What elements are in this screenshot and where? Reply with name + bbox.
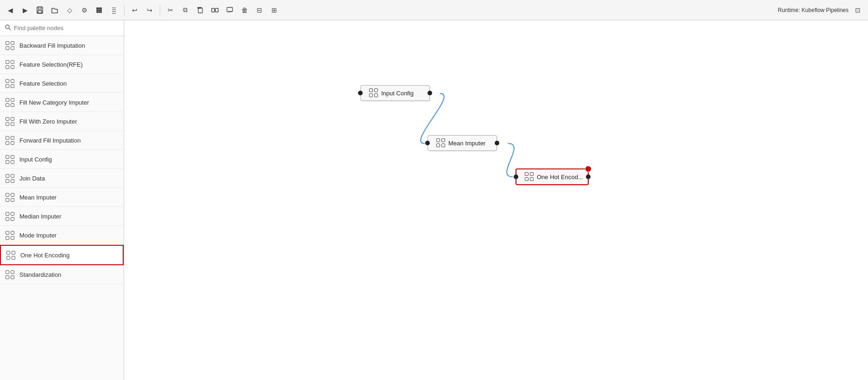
pipeline-node-input-config-node[interactable]: Input Config — [360, 85, 430, 101]
palette-item-label: Fill New Category Imputer — [19, 99, 89, 106]
node-type-icon — [6, 98, 15, 107]
palette-item-median-imputer[interactable]: Median Imputer — [0, 207, 124, 226]
pipeline-node-one-hot-node[interactable]: One Hot Encod... — [516, 168, 589, 185]
node-label: Input Config — [381, 90, 414, 97]
palette-item-label: Input Config — [19, 156, 52, 163]
copy-btn[interactable]: ⧉ — [179, 4, 192, 17]
palette-item-label: Mean Imputer — [19, 194, 57, 201]
port-right[interactable] — [428, 91, 432, 95]
node-type-icon — [6, 155, 15, 164]
svg-point-7 — [99, 9, 100, 11]
palette-item-label: Median Imputer — [19, 213, 61, 220]
palette-item-mean-imputer[interactable]: Mean Imputer — [0, 188, 124, 207]
runtime-label: Runtime: Kubeflow Pipelines — [778, 7, 849, 13]
palette-item-label: Standardization — [19, 271, 61, 278]
svg-point-9 — [97, 11, 98, 12]
node-type-icon — [6, 174, 15, 183]
svg-point-11 — [101, 11, 102, 12]
svg-line-17 — [9, 29, 11, 31]
palette-item-forward-fill[interactable]: Forward Fill Imputation — [0, 131, 124, 150]
svg-point-8 — [101, 9, 102, 11]
main-area: Backward Fill ImputationFeature Selectio… — [0, 20, 868, 380]
svg-point-4 — [99, 7, 100, 9]
node-type-icon — [6, 41, 15, 50]
palette-item-label: Backward Fill Imputation — [19, 42, 85, 49]
delete-btn[interactable]: 🗑 — [238, 4, 251, 17]
align-v-btn[interactable]: ⊞ — [268, 4, 281, 17]
palette-panel: Backward Fill ImputationFeature Selectio… — [0, 20, 124, 380]
palette-item-fill-new-category[interactable]: Fill New Category Imputer — [0, 93, 124, 112]
align-h-btn[interactable]: ⊟ — [253, 4, 266, 17]
grid-btn[interactable] — [93, 4, 106, 17]
svg-rect-2 — [38, 11, 42, 13]
toolbar: ◀ ▶ ◇ ⚙ ⣿ ↩ ↪ ✂ ⧉ — [0, 0, 868, 20]
search-input[interactable] — [14, 25, 119, 31]
palette-item-label: One Hot Encoding — [20, 252, 69, 259]
settings-btn[interactable]: ⚙ — [78, 4, 91, 17]
port-right[interactable] — [495, 141, 499, 145]
node-type-icon — [6, 250, 16, 260]
redo-btn[interactable]: ↪ — [143, 4, 156, 17]
pipeline-canvas[interactable]: Input ConfigMean ImputerOne Hot Encod... — [124, 20, 868, 380]
pipeline-node-mean-imputer-node[interactable]: Mean Imputer — [428, 135, 497, 151]
palette-item-label: Feature Selection — [19, 80, 67, 87]
palette-item-feature-selection-rfe[interactable]: Feature Selection(RFE) — [0, 55, 124, 74]
svg-point-16 — [6, 25, 9, 29]
palette-item-label: Mode Imputer — [19, 232, 57, 239]
port-left[interactable] — [425, 141, 430, 145]
node-icon — [369, 88, 378, 98]
save-btn[interactable] — [33, 4, 46, 17]
svg-rect-15 — [227, 7, 233, 12]
palette-item-fill-zero[interactable]: Fill With Zero Imputer — [0, 112, 124, 131]
port-left[interactable] — [358, 91, 363, 95]
palette-search-bar[interactable] — [0, 20, 124, 36]
error-badge — [585, 166, 591, 172]
palette-item-label: Join Data — [19, 175, 45, 182]
svg-point-6 — [97, 9, 98, 11]
palette-item-standardization[interactable]: Standardization — [0, 265, 124, 284]
run-btn[interactable]: ▶ — [19, 4, 31, 17]
palette-item-feature-selection[interactable]: Feature Selection — [0, 74, 124, 93]
svg-rect-14 — [215, 8, 218, 12]
link-btn[interactable] — [208, 4, 221, 17]
back-btn[interactable]: ◀ — [4, 4, 17, 17]
runtime-info: Runtime: Kubeflow Pipelines ⊡ — [778, 4, 864, 17]
node-icon — [525, 172, 534, 181]
node-type-icon — [6, 212, 15, 221]
palette-item-backward-fill[interactable]: Backward Fill Imputation — [0, 36, 124, 55]
undo-btn[interactable]: ↩ — [128, 4, 141, 17]
comment-btn[interactable] — [223, 4, 236, 17]
palette-item-label: Fill With Zero Imputer — [19, 118, 77, 125]
node-type-icon — [6, 79, 15, 88]
palette-list: Backward Fill ImputationFeature Selectio… — [0, 36, 124, 380]
palette-item-join-data[interactable]: Join Data — [0, 169, 124, 188]
svg-point-10 — [99, 11, 100, 12]
nodes-btn[interactable]: ⣿ — [107, 4, 120, 17]
svg-rect-1 — [38, 7, 41, 9]
node-type-icon — [6, 60, 15, 69]
node-icon — [436, 138, 446, 148]
paste-btn[interactable] — [194, 4, 207, 17]
port-left[interactable] — [514, 174, 518, 179]
erase-btn[interactable]: ◇ — [63, 4, 76, 17]
palette-item-one-hot-encoding[interactable]: One Hot Encoding — [0, 245, 124, 265]
connection-path — [507, 143, 514, 177]
svg-rect-13 — [212, 8, 214, 12]
divider-1 — [124, 5, 125, 15]
node-type-icon — [6, 230, 15, 240]
node-type-icon — [6, 136, 15, 145]
node-type-icon — [6, 193, 15, 202]
palette-item-label: Feature Selection(RFE) — [19, 61, 83, 68]
svg-point-5 — [101, 7, 102, 9]
divider-2 — [160, 5, 160, 15]
search-icon — [5, 24, 11, 32]
cut-btn[interactable]: ✂ — [164, 4, 177, 17]
connections-layer — [124, 20, 868, 380]
panel-toggle-btn[interactable]: ⊡ — [851, 4, 864, 17]
node-label: Mean Imputer — [448, 140, 485, 147]
open-btn[interactable] — [48, 4, 61, 17]
port-right[interactable] — [586, 174, 591, 179]
palette-item-mode-imputer[interactable]: Mode Imputer — [0, 226, 124, 245]
palette-item-input-config[interactable]: Input Config — [0, 150, 124, 169]
node-type-icon — [6, 270, 15, 279]
